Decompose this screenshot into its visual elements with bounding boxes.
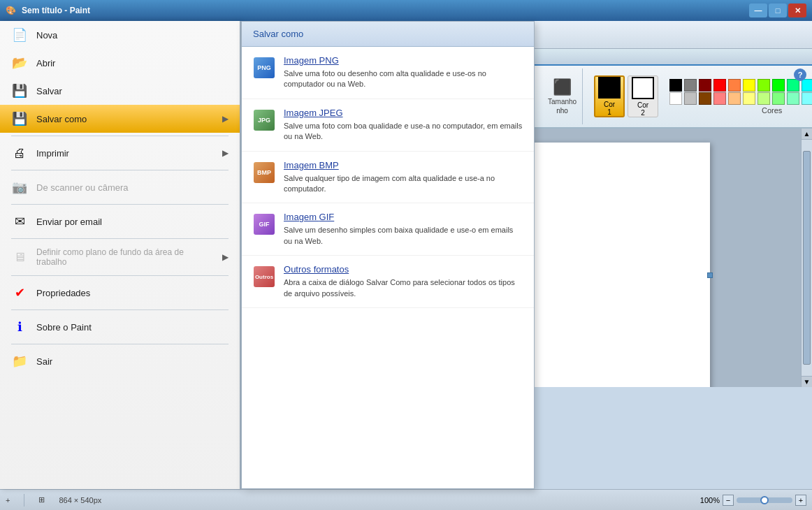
resize-status: ⊞ bbox=[38, 495, 45, 504]
color-cell[interactable] bbox=[684, 92, 697, 105]
salvar-como-icon: 💾 bbox=[11, 110, 28, 127]
submenu-item-png[interactable]: PNG Imagem PNG Salve uma foto ou desenho… bbox=[242, 47, 534, 99]
color-cell[interactable] bbox=[757, 92, 770, 105]
outros-desc: Abra a caixa de diálogo Salvar Como para… bbox=[284, 277, 523, 299]
zoom-slider[interactable] bbox=[737, 497, 792, 503]
menu-overlay: 📄 Nova 📂 Abrir 💾 Salvar 💾 Salvar como ▶ … bbox=[0, 21, 531, 489]
add-icon: + bbox=[6, 496, 10, 504]
color-palette bbox=[669, 79, 812, 105]
color-cell[interactable] bbox=[757, 79, 770, 92]
color-cell[interactable] bbox=[772, 92, 785, 105]
submenu-item-outros[interactable]: Outros Outros formatos Abra a caixa de d… bbox=[242, 256, 534, 308]
cor2-button[interactable]: Cor2 bbox=[628, 75, 658, 117]
scrollbar-thumb[interactable] bbox=[803, 151, 811, 365]
color-cell[interactable] bbox=[713, 79, 726, 92]
sobre-icon: ℹ bbox=[11, 319, 28, 335]
help-icon[interactable]: ? bbox=[794, 68, 806, 81]
menu-item-salvar-como[interactable]: 💾 Salvar como ▶ bbox=[0, 105, 240, 133]
menu-separator-5 bbox=[11, 275, 229, 276]
submenu-panel: Salvar como PNG Imagem PNG Salve uma fot… bbox=[241, 21, 535, 489]
jpeg-icon: JPG bbox=[253, 109, 275, 131]
submenu-item-gif[interactable]: GIF Imagem GIF Salve um desenho simples … bbox=[242, 203, 534, 256]
menu-item-scanner: 📷 De scanner ou câmera bbox=[0, 173, 240, 201]
scanner-icon: 📷 bbox=[11, 179, 28, 196]
gif-desc: Salve um desenho simples com baixa quali… bbox=[284, 225, 523, 247]
menu-separator-3 bbox=[11, 204, 229, 205]
menu-item-propriedades[interactable]: ✔ Propriedades bbox=[0, 279, 240, 307]
plano-fundo-icon: 🖥 bbox=[11, 249, 28, 265]
png-title: Imagem PNG bbox=[284, 55, 523, 66]
sobre-label: Sobre o Paint bbox=[36, 322, 92, 333]
resize-handle-right[interactable] bbox=[707, 272, 713, 278]
menu-item-abrir[interactable]: 📂 Abrir bbox=[0, 49, 240, 77]
close-button[interactable]: ✕ bbox=[788, 3, 806, 17]
outros-title: Outros formatos bbox=[284, 264, 523, 275]
menu-item-nova[interactable]: 📄 Nova bbox=[0, 21, 240, 49]
title-bar: 🎨 Sem título - Paint — □ ✕ bbox=[0, 0, 812, 21]
minimize-button[interactable]: — bbox=[749, 3, 767, 17]
submenu-item-jpeg[interactable]: JPG Imagem JPEG Salve uma foto com boa q… bbox=[242, 99, 534, 152]
cor2-preview bbox=[632, 77, 654, 99]
color-cell[interactable] bbox=[728, 92, 741, 105]
menu-item-plano-fundo: 🖥 Definir como plano de fundo da área de… bbox=[0, 242, 240, 272]
color-cell[interactable] bbox=[669, 92, 682, 105]
color-cell[interactable] bbox=[743, 79, 755, 92]
zoom-in-button[interactable]: + bbox=[795, 495, 806, 506]
color-cell[interactable] bbox=[743, 92, 755, 105]
bmp-icon: BMP bbox=[253, 161, 275, 184]
color-cell[interactable] bbox=[713, 92, 726, 105]
color-cell[interactable] bbox=[684, 79, 697, 92]
outros-icon: Outros bbox=[253, 265, 275, 288]
cor2-label: Cor2 bbox=[637, 101, 648, 117]
gif-title: Imagem GIF bbox=[284, 212, 523, 222]
gif-icon: GIF bbox=[253, 213, 275, 235]
zoom-out-button[interactable]: − bbox=[723, 495, 734, 506]
vertical-scrollbar[interactable]: ▲ ▼ bbox=[801, 129, 812, 387]
menu-separator-4 bbox=[11, 238, 229, 239]
menu-item-imprimir[interactable]: 🖨 Imprimir ▶ bbox=[0, 139, 240, 167]
email-icon: ✉ bbox=[11, 213, 28, 230]
png-desc: Salve uma foto ou desenho com alta quali… bbox=[284, 68, 523, 90]
color-cell[interactable] bbox=[669, 79, 682, 92]
add-canvas-button[interactable]: + bbox=[6, 496, 10, 504]
menu-item-email[interactable]: ✉ Enviar por email bbox=[0, 207, 240, 235]
propriedades-label: Propriedades bbox=[36, 288, 90, 298]
zoom-slider-thumb[interactable] bbox=[760, 496, 769, 504]
color-cell[interactable] bbox=[728, 79, 741, 92]
cor1-button[interactable]: Cor1 bbox=[594, 75, 625, 117]
window-title: Sem título - Paint bbox=[22, 6, 90, 15]
salvar-como-arrow: ▶ bbox=[222, 114, 229, 124]
email-label: Enviar por email bbox=[36, 217, 102, 227]
color-cell[interactable] bbox=[787, 92, 799, 105]
tamanho-value: nho bbox=[556, 107, 568, 115]
plano-fundo-label: Definir como plano de fundo da área de t… bbox=[36, 247, 214, 267]
menu-separator-7 bbox=[11, 344, 229, 344]
plano-fundo-arrow: ▶ bbox=[222, 252, 229, 262]
maximize-button[interactable]: □ bbox=[769, 3, 787, 17]
color-cell[interactable] bbox=[699, 79, 711, 92]
menu-item-sobre[interactable]: ℹ Sobre o Paint bbox=[0, 313, 240, 341]
cor1-label: Cor1 bbox=[604, 101, 615, 116]
status-divider-1 bbox=[24, 494, 24, 507]
sair-label: Sair bbox=[36, 356, 52, 367]
color-cell[interactable] bbox=[802, 92, 812, 105]
tamanho-section: ⬛ Tamanho nho bbox=[542, 68, 583, 124]
cores-label: Cores bbox=[669, 106, 812, 115]
color-cell[interactable] bbox=[772, 79, 785, 92]
color-cell[interactable] bbox=[802, 79, 812, 92]
zoom-level: 100% bbox=[700, 496, 720, 504]
submenu-item-bmp[interactable]: BMP Imagem BMP Salve qualquer tipo de im… bbox=[242, 152, 534, 204]
sair-icon: 📁 bbox=[11, 353, 28, 370]
menu-separator-2 bbox=[11, 170, 229, 170]
file-menu-panel: 📄 Nova 📂 Abrir 💾 Salvar 💾 Salvar como ▶ … bbox=[0, 21, 241, 489]
menu-item-sair[interactable]: 📁 Sair bbox=[0, 347, 240, 375]
abrir-label: Abrir bbox=[36, 58, 55, 68]
status-bar: + ⊞ 864 × 540px 100% − + bbox=[0, 489, 812, 510]
salvar-icon: 💾 bbox=[11, 82, 28, 99]
propriedades-icon: ✔ bbox=[11, 284, 28, 301]
nova-label: Nova bbox=[36, 30, 57, 41]
jpeg-desc: Salve uma foto com boa qualidade e use-a… bbox=[284, 121, 523, 143]
color-cell[interactable] bbox=[699, 92, 711, 105]
menu-item-salvar[interactable]: 💾 Salvar bbox=[0, 77, 240, 105]
tamanho-icon: ⬛ bbox=[553, 78, 572, 96]
